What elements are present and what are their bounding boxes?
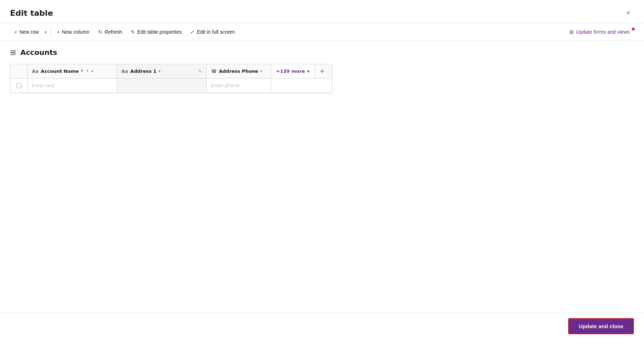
required-indicator: * [81,69,83,74]
row-checkbox-cell [10,79,28,93]
more-columns-button[interactable]: +139 more ▾ [271,64,315,78]
account-name-placeholder: Enter text [32,83,55,88]
edit-fullscreen-button[interactable]: ⤢ Edit in full screen [186,26,239,38]
new-row-button[interactable]: + New row [10,26,42,38]
address1-label: Address 1 [130,69,157,74]
content-area: ⊞ Accounts Aa Account Name * ↑ ▾ Aa [0,41,644,312]
plus-column-icon: + [57,29,60,35]
expand-icon: ⤢ [190,29,194,35]
close-button[interactable]: × [623,7,634,19]
refresh-label: Refresh [105,29,122,35]
new-row-split-button: + New row ▾ [10,26,49,38]
edit-fullscreen-label: Edit in full screen [197,29,235,35]
new-column-label: New column [62,29,90,35]
phone-type-icon: ☎ [211,69,217,74]
row-cell-account-name[interactable]: Enter text [28,79,117,93]
account-name-type-icon: Aa [32,69,39,74]
new-row-label: New row [19,29,39,35]
toolbar-right: ⊞ Update forms and views [565,26,634,38]
toolbar: + New row ▾ + New column ↻ Refresh ✎ Edi… [0,23,644,41]
update-and-close-button[interactable]: Update and close [568,318,634,334]
address1-edit-icon: ✎ [198,69,202,74]
row-cell-address1[interactable] [117,79,207,93]
table-header-row: Aa Account Name * ↑ ▾ Aa Address 1 ▾ ✎ ☎… [10,64,332,79]
notification-dot [632,28,635,30]
address1-dropdown-icon: ▾ [159,69,160,73]
table-update-icon: ⊞ [569,29,574,35]
title-bar: Edit table × [0,0,644,23]
edit-table-props-label: Edit table properties [137,29,182,35]
new-column-button[interactable]: + New column [53,26,94,38]
edit-table-properties-button[interactable]: ✎ Edit table properties [126,26,186,38]
address-phone-placeholder: Enter phone [211,83,240,88]
table-row: Enter text Enter phone [10,79,332,93]
add-column-icon: + [320,68,325,75]
new-row-dropdown-button[interactable]: ▾ [42,27,49,37]
table-name: Accounts [20,48,57,57]
header-checkbox-cell [10,64,28,78]
column-header-address-phone[interactable]: ☎ Address Phone ▾ [207,64,271,78]
row-checkbox[interactable] [16,83,21,88]
account-name-dropdown-icon: ▾ [91,69,93,73]
add-column-button[interactable]: + [315,64,330,78]
more-columns-chevron: ▾ [307,69,309,74]
column-header-account-name[interactable]: Aa Account Name * ↑ ▾ [28,64,117,78]
update-forms-label: Update forms and views [576,29,630,35]
row-cell-address-phone[interactable]: Enter phone [207,79,271,93]
table-heading: ⊞ Accounts [10,48,634,57]
pencil-icon: ✎ [131,29,135,35]
dialog-title: Edit table [10,9,53,18]
toolbar-divider-1 [51,28,51,36]
address-phone-dropdown-icon: ▾ [260,69,262,73]
address1-type-icon: Aa [121,69,128,74]
plus-icon: + [14,29,17,35]
chevron-down-icon: ▾ [45,30,47,34]
account-name-label: Account Name [41,69,79,74]
data-table: Aa Account Name * ↑ ▾ Aa Address 1 ▾ ✎ ☎… [10,64,332,93]
address-phone-label: Address Phone [219,69,258,74]
edit-table-dialog: Edit table × + New row ▾ + New column ↻ … [0,0,644,340]
table-grid-icon: ⊞ [10,48,16,57]
refresh-button[interactable]: ↻ Refresh [94,26,126,38]
more-columns-label: +139 more [276,69,305,74]
refresh-icon: ↻ [98,29,102,35]
title-bar-left: Edit table [10,9,53,18]
column-header-address1[interactable]: Aa Address 1 ▾ ✎ [117,64,207,78]
update-forms-button[interactable]: ⊞ Update forms and views [565,26,634,38]
sort-asc-icon: ↑ [86,69,89,73]
footer: Update and close [0,312,644,340]
